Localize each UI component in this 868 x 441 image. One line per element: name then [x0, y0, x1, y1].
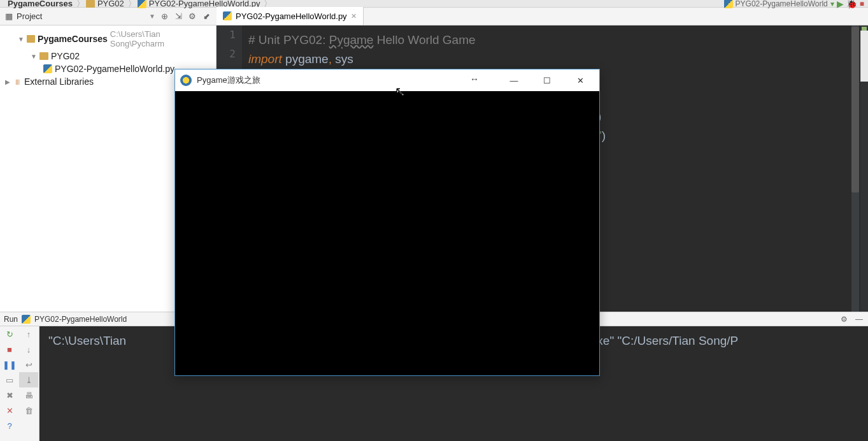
stop-icon[interactable]: ■ [860, 0, 864, 8]
breadcrumb-sep-icon: 〉 [75, 0, 86, 10]
code-line-1[interactable]: # Unit PYG02: Pygame Hello World Game [248, 31, 606, 50]
folder-icon [39, 52, 48, 60]
chevron-right-icon[interactable]: ▶ [5, 78, 11, 85]
line-number: 2 [217, 45, 242, 64]
hide-icon[interactable]: — [854, 314, 864, 324]
line-number: 1 [217, 25, 242, 45]
project-panel-header: ▦ Project ▼ ⊕ ⇲ ⚙ ⬋ [0, 11, 217, 22]
pygame-app-icon [180, 75, 192, 86]
python-file-icon [724, 0, 733, 8]
chevron-down-icon[interactable]: ▾ [830, 0, 834, 8]
layout-button[interactable]: ▭ [0, 372, 19, 387]
help-button[interactable]: ? [0, 418, 19, 433]
python-file-icon [22, 315, 31, 324]
tree-folder-label: PYG02 [51, 51, 80, 61]
run-gutter: ↻ ↑ ■ ↓ ❚❚ ↩ ▭ ⤓ ✖ 🖶 ✕ 🗑 [0, 326, 39, 441]
tree-root-path: C:\Users\Tian Song\Pycharm [110, 29, 211, 48]
print-button[interactable]: 🖶 [19, 387, 38, 403]
folder-icon [27, 35, 35, 43]
hide-icon[interactable]: ⬋ [201, 11, 211, 22]
breadcrumb: PygameCourses 〉 PYG02 〉 PYG02-PygameHell… [0, 0, 868, 8]
project-panel-label[interactable]: Project [17, 11, 145, 21]
editor-tabs: PYG02-PygameHelloWorld.py ✕ [217, 8, 364, 25]
pygame-window-title: Pygame游戏之旅 [197, 75, 495, 86]
python-file-icon [138, 0, 146, 8]
chevron-down-icon[interactable]: ▼ [149, 13, 155, 20]
side-tab[interactable] [860, 31, 868, 82]
tree-folder[interactable]: ▼ PYG02 [0, 50, 216, 62]
python-file-icon [223, 11, 232, 20]
run-icon[interactable]: ▶ [837, 0, 844, 9]
debug-icon[interactable]: 🐞 [846, 0, 857, 9]
gear-icon[interactable]: ⚙ [839, 314, 849, 324]
tab-filename: PYG02-PygameHelloWorld.py [236, 11, 347, 21]
rerun-button[interactable]: ↻ [0, 326, 19, 342]
run-config-area: PYG02-PygameHelloWorld ▾ ▶ 🐞 ■ [724, 0, 864, 8]
toolbar-row: ▦ Project ▼ ⊕ ⇲ ⚙ ⬋ PYG02-PygameHelloWor… [0, 8, 868, 25]
soft-wrap-button[interactable]: ↩ [19, 357, 38, 372]
scroll-thumb[interactable] [851, 27, 859, 192]
tree-root[interactable]: ▼ PygameCourses C:\Users\Tian Song\Pycha… [0, 28, 216, 50]
run-config-name[interactable]: PYG02-PygameHelloWorld [736, 0, 828, 8]
breadcrumb-sep-icon: 〉 [127, 0, 138, 10]
gear-icon[interactable]: ⚙ [187, 11, 197, 22]
pygame-titlebar[interactable]: Pygame游戏之旅 — ☐ ✕ [175, 69, 599, 91]
library-icon: ⫼ [14, 77, 22, 86]
breadcrumb-root[interactable]: PygameCourses [5, 0, 75, 8]
close-button[interactable]: ✕ [566, 71, 594, 90]
close-button[interactable]: ✕ [0, 403, 19, 418]
run-panel-config: PYG02-PygameHelloWorld [34, 315, 127, 324]
stop-button[interactable]: ■ [0, 342, 19, 357]
editor-scrollbar[interactable] [851, 25, 859, 312]
scroll-from-source-icon[interactable]: ⊕ [159, 11, 169, 22]
chevron-down-icon[interactable]: ▼ [18, 36, 24, 43]
minimize-button[interactable]: — [500, 71, 528, 90]
collapse-all-icon[interactable]: ⇲ [173, 11, 183, 22]
up-button[interactable]: ↑ [19, 326, 38, 342]
pause-button[interactable]: ❚❚ [0, 357, 19, 372]
project-icon: ▦ [5, 11, 13, 21]
run-panel-label[interactable]: Run [4, 315, 18, 324]
scroll-to-end-button[interactable]: ⤓ [19, 372, 38, 387]
tree-external-label: External Libraries [24, 76, 94, 87]
tree-file-label: PYG02-PygameHelloWorld.py [55, 64, 174, 74]
down-button[interactable]: ↓ [19, 342, 38, 357]
code-line-2[interactable]: import pygame, sys [248, 50, 606, 69]
chevron-down-icon[interactable]: ▼ [31, 53, 37, 60]
close-icon[interactable]: ✕ [351, 12, 357, 20]
tree-root-label: PygameCourses [38, 34, 108, 44]
breadcrumb-folder[interactable]: PYG02 [95, 0, 127, 8]
editor-tab[interactable]: PYG02-PygameHelloWorld.py ✕ [217, 7, 364, 25]
folder-icon [86, 0, 95, 8]
maximize-button[interactable]: ☐ [533, 71, 561, 90]
python-file-icon [43, 64, 52, 73]
pygame-window[interactable]: Pygame游戏之旅 — ☐ ✕ [174, 69, 600, 376]
exit-button[interactable]: ✖ [0, 387, 19, 403]
trash-button[interactable]: 🗑 [19, 403, 38, 418]
pygame-canvas[interactable] [175, 91, 599, 375]
